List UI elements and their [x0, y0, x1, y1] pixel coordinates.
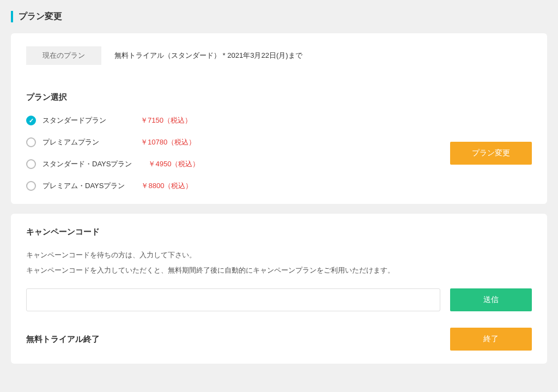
plan-name: スタンダード・DAYSプラン: [43, 159, 132, 169]
plan-selection-heading: プラン選択: [26, 92, 532, 102]
trial-end-button[interactable]: 終了: [450, 328, 532, 351]
campaign-heading: キャンペーンコード: [26, 227, 532, 237]
campaign-submit-button[interactable]: 送信: [450, 288, 532, 311]
campaign-code-input[interactable]: [26, 288, 440, 311]
radio-icon: [26, 159, 36, 169]
plan-change-button[interactable]: プラン変更: [450, 142, 532, 165]
plan-price: ￥10780（税込）: [141, 137, 196, 147]
plan-price: ￥7150（税込）: [141, 116, 192, 125]
page-title: プラン変更: [11, 11, 547, 22]
plan-card: 現在のプラン 無料トライアル（スタンダード） * 2021年3月22日(月)まで…: [11, 33, 547, 204]
plan-name: スタンダードプラン: [43, 116, 124, 125]
trial-end-heading: 無料トライアル終了: [26, 334, 100, 345]
plan-option-premium[interactable]: プレミアムプラン ￥10780（税込）: [26, 137, 199, 147]
plan-option-standard-days[interactable]: スタンダード・DAYSプラン ￥4950（税込）: [26, 159, 199, 169]
plan-price: ￥4950（税込）: [148, 159, 199, 169]
plan-option-standard[interactable]: スタンダードプラン ￥7150（税込）: [26, 116, 199, 125]
current-plan-value: 無料トライアル（スタンダード） * 2021年3月22日(月)まで: [114, 51, 302, 61]
current-plan-row: 現在のプラン 無料トライアル（スタンダード） * 2021年3月22日(月)まで: [26, 46, 532, 65]
plan-name: プレミアム・DAYSプラン: [43, 181, 125, 191]
current-plan-label: 現在のプラン: [26, 46, 101, 65]
radio-icon: [26, 137, 36, 147]
plan-price: ￥8800（税込）: [141, 181, 192, 191]
campaign-card: キャンペーンコード キャンペーンコードを待ちの方は、入力して下さい。 キャンペー…: [11, 214, 547, 364]
radio-selected-icon: [26, 116, 36, 125]
campaign-desc-1: キャンペーンコードを待ちの方は、入力して下さい。: [26, 250, 532, 260]
plan-name: プレミアムプラン: [43, 137, 124, 147]
plan-option-premium-days[interactable]: プレミアム・DAYSプラン ￥8800（税込）: [26, 181, 199, 191]
plan-options: スタンダードプラン ￥7150（税込） プレミアムプラン ￥10780（税込） …: [26, 116, 199, 191]
campaign-desc-2: キャンペーンコードを入力していただくと、無料期間終了後に自動的にキャンペーンプラ…: [26, 266, 532, 275]
radio-icon: [26, 181, 36, 191]
